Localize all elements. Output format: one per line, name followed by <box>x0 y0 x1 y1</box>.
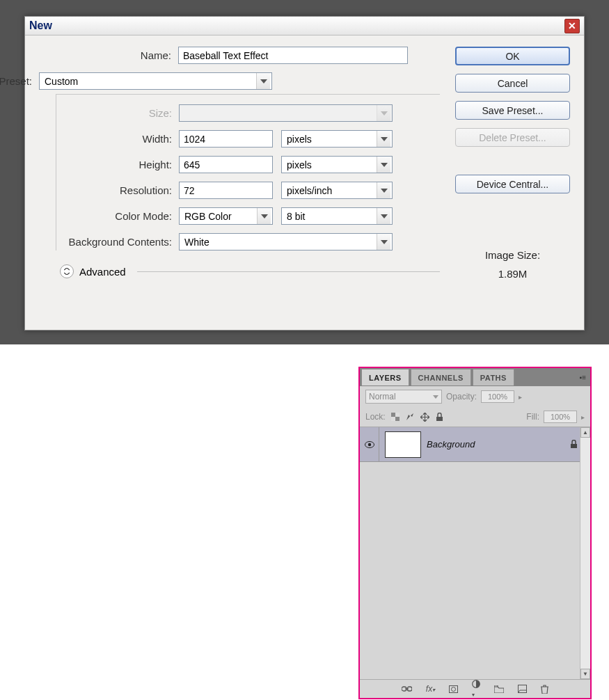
new-group-icon[interactable] <box>494 685 504 693</box>
fill-field[interactable]: 100% <box>544 411 577 423</box>
blend-mode-select[interactable]: Normal <box>365 390 442 404</box>
fill-label: Fill: <box>526 412 539 422</box>
preset-label: Preset: <box>0 75 39 87</box>
lock-icon <box>570 440 578 449</box>
visibility-toggle[interactable] <box>360 427 379 461</box>
cancel-button[interactable]: Cancel <box>455 74 570 93</box>
layer-thumbnail[interactable] <box>385 431 421 458</box>
tab-paths[interactable]: PATHS <box>473 369 514 385</box>
scrollbar[interactable]: ▲ ▼ <box>580 427 590 679</box>
lock-all-icon[interactable] <box>436 413 443 422</box>
layer-name[interactable]: Background <box>427 439 475 450</box>
layer-mask-icon[interactable] <box>449 685 458 693</box>
svg-rect-0 <box>391 413 395 417</box>
device-central-button[interactable]: Device Central... <box>455 175 570 193</box>
bit-depth-select[interactable]: 8 bit <box>281 207 393 225</box>
width-unit-select[interactable]: pixels <box>281 130 393 148</box>
opacity-label: Opacity: <box>446 392 477 401</box>
chevron-down-icon <box>433 395 438 399</box>
opacity-field[interactable]: 100% <box>481 390 514 403</box>
svg-rect-7 <box>571 444 577 448</box>
close-icon: ✕ <box>568 21 576 31</box>
height-unit-value: pixels <box>287 159 312 170</box>
svg-rect-4 <box>436 417 443 421</box>
chevron-down-icon <box>377 105 390 121</box>
name-label: Name: <box>39 49 178 61</box>
background-contents-select[interactable]: White <box>179 233 393 250</box>
height-label: Height: <box>56 159 179 170</box>
chevron-down-icon <box>377 157 390 173</box>
color-mode-label: Color Mode: <box>56 210 179 222</box>
layer-row[interactable]: Background <box>360 427 590 462</box>
adjustment-layer-icon[interactable]: ▾ <box>472 680 480 699</box>
image-size-value: 1.89M <box>455 268 570 280</box>
scroll-down-icon[interactable]: ▼ <box>580 669 590 679</box>
resolution-unit-value: pixels/inch <box>287 185 332 196</box>
background-contents-value: White <box>184 237 209 248</box>
lock-label: Lock: <box>365 412 386 422</box>
width-unit-value: pixels <box>287 134 312 145</box>
preset-select[interactable]: Custom <box>39 72 272 90</box>
fill-flyout-icon[interactable]: ▸ <box>581 413 585 421</box>
layer-effects-icon[interactable]: fx▾ <box>426 684 435 694</box>
chevron-down-icon <box>377 234 390 250</box>
svg-point-6 <box>367 443 370 445</box>
chevron-down-icon <box>257 208 271 224</box>
eye-icon <box>365 441 374 448</box>
layers-list: Background ▲ ▼ <box>360 427 590 680</box>
color-mode-value: RGB Color <box>184 211 232 222</box>
svg-rect-3 <box>391 417 395 421</box>
delete-preset-button: Delete Preset... <box>455 128 570 147</box>
divider <box>137 271 440 272</box>
chevron-down-icon <box>256 73 270 89</box>
svg-rect-14 <box>519 685 527 693</box>
lock-position-icon[interactable] <box>420 413 429 422</box>
name-input[interactable] <box>178 47 408 64</box>
lock-transparency-icon[interactable] <box>391 413 400 421</box>
scroll-up-icon[interactable]: ▲ <box>580 427 590 438</box>
height-unit-select[interactable]: pixels <box>281 156 393 173</box>
close-button[interactable]: ✕ <box>564 19 580 33</box>
delete-layer-icon[interactable] <box>541 685 548 694</box>
svg-rect-1 <box>395 417 400 421</box>
chevron-down-icon <box>377 208 390 224</box>
layers-panel: LAYERS CHANNELS PATHS ▪≡ Normal Opacity:… <box>358 367 592 699</box>
dialog-title: New <box>29 19 52 32</box>
size-select <box>179 104 393 122</box>
new-document-dialog: New ✕ Name: Preset: Custom <box>24 16 585 331</box>
chevron-down-icon <box>377 131 390 147</box>
dialog-titlebar: New ✕ <box>25 17 584 35</box>
resolution-input[interactable] <box>179 182 273 199</box>
preset-value: Custom <box>45 76 78 87</box>
width-input[interactable] <box>179 130 273 148</box>
advanced-toggle[interactable]: Advanced <box>60 264 440 278</box>
size-label: Size: <box>56 107 179 119</box>
width-label: Width: <box>56 133 179 145</box>
resolution-label: Resolution: <box>56 184 179 196</box>
tab-channels[interactable]: CHANNELS <box>411 369 471 385</box>
chevron-down-icon <box>377 182 390 198</box>
tab-layers[interactable]: LAYERS <box>361 369 409 385</box>
color-mode-select[interactable]: RGB Color <box>179 207 273 225</box>
bit-depth-value: 8 bit <box>287 211 305 222</box>
advanced-label: Advanced <box>79 266 126 278</box>
image-size-label: Image Size: <box>455 249 570 261</box>
svg-point-12 <box>452 687 456 691</box>
svg-rect-2 <box>395 413 400 417</box>
blend-mode-value: Normal <box>369 392 396 401</box>
height-input[interactable] <box>179 156 273 173</box>
chevron-expand-icon <box>60 264 74 278</box>
lock-pixels-icon[interactable] <box>406 413 414 421</box>
save-preset-button[interactable]: Save Preset... <box>455 101 570 120</box>
ok-button[interactable]: OK <box>455 47 570 65</box>
resolution-unit-select[interactable]: pixels/inch <box>281 182 393 199</box>
link-layers-icon[interactable] <box>402 685 412 692</box>
opacity-flyout-icon[interactable]: ▸ <box>519 393 522 401</box>
panel-menu-icon[interactable]: ▪≡ <box>580 374 586 381</box>
new-layer-icon[interactable] <box>518 685 527 693</box>
background-contents-label: Background Contents: <box>56 236 179 248</box>
